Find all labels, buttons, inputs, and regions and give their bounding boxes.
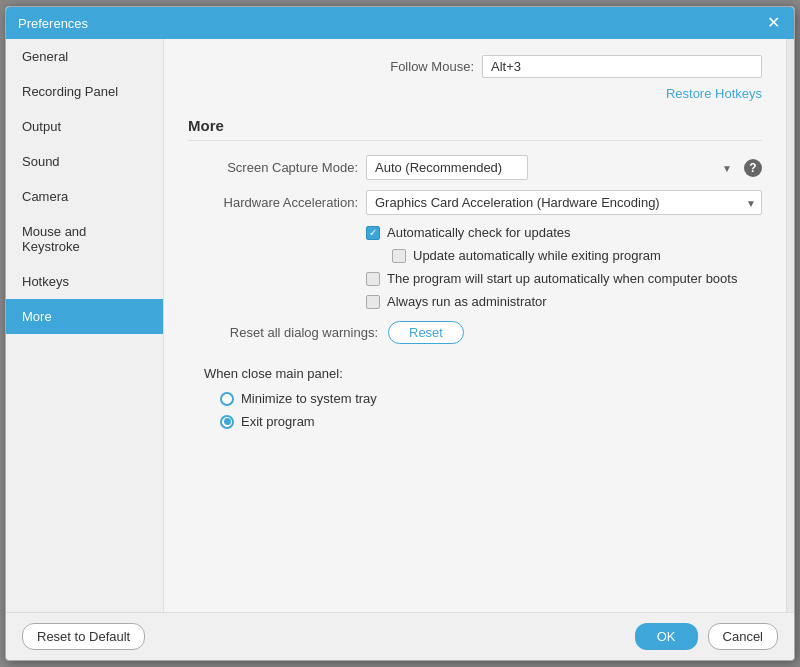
screen-capture-row: Screen Capture Mode: Auto (Recommended) … <box>188 155 762 180</box>
sidebar-item-mouse-keystroke[interactable]: Mouse and Keystroke <box>6 214 163 264</box>
startup-auto-label: The program will start up automatically … <box>387 271 737 286</box>
cancel-button[interactable]: Cancel <box>708 623 778 650</box>
startup-auto-checkbox[interactable]: The program will start up automatically … <box>366 271 737 286</box>
update-auto-checkbox[interactable]: Update automatically while exiting progr… <box>392 248 661 263</box>
exit-program-radio-circle <box>220 415 234 429</box>
always-admin-checkbox[interactable]: Always run as administrator <box>366 294 547 309</box>
screen-capture-help-icon[interactable]: ? <box>744 159 762 177</box>
dialog-body: General Recording Panel Output Sound Cam… <box>6 39 794 612</box>
follow-mouse-label: Follow Mouse: <box>390 59 474 74</box>
footer-right: OK Cancel <box>635 623 778 650</box>
always-admin-row: Always run as administrator <box>188 294 762 309</box>
minimize-tray-row: Minimize to system tray <box>188 391 762 406</box>
exit-program-row: Exit program <box>188 414 762 429</box>
sidebar: General Recording Panel Output Sound Cam… <box>6 39 164 612</box>
sidebar-item-general[interactable]: General <box>6 39 163 74</box>
reset-dialog-button[interactable]: Reset <box>388 321 464 344</box>
follow-mouse-row: Follow Mouse: <box>188 55 762 78</box>
preferences-dialog: Preferences ✕ General Recording Panel Ou… <box>5 6 795 661</box>
startup-auto-row: The program will start up automatically … <box>188 271 762 286</box>
hardware-accel-select-container: Graphics Card Acceleration (Hardware Enc… <box>366 190 762 215</box>
dialog-title: Preferences <box>18 16 88 31</box>
reset-dialog-row: Reset all dialog warnings: Reset <box>188 321 762 344</box>
auto-check-updates-checkbox[interactable]: Automatically check for updates <box>366 225 571 240</box>
sidebar-item-recording-panel[interactable]: Recording Panel <box>6 74 163 109</box>
sidebar-item-camera[interactable]: Camera <box>6 179 163 214</box>
auto-check-updates-box <box>366 226 380 240</box>
sidebar-item-sound[interactable]: Sound <box>6 144 163 179</box>
startup-auto-box <box>366 272 380 286</box>
title-bar: Preferences ✕ <box>6 7 794 39</box>
minimize-tray-radio-circle <box>220 392 234 406</box>
dialog-footer: Reset to Default OK Cancel <box>6 612 794 660</box>
reset-to-default-button[interactable]: Reset to Default <box>22 623 145 650</box>
sidebar-item-more[interactable]: More <box>6 299 163 334</box>
screen-capture-label: Screen Capture Mode: <box>188 160 358 175</box>
update-auto-row: Update automatically while exiting progr… <box>188 248 762 263</box>
sidebar-item-hotkeys[interactable]: Hotkeys <box>6 264 163 299</box>
screen-capture-wrapper: Auto (Recommended) ▼ ? <box>366 155 762 180</box>
restore-hotkeys-link: Restore Hotkeys <box>188 86 762 101</box>
follow-mouse-input[interactable] <box>482 55 762 78</box>
hardware-accel-label: Hardware Acceleration: <box>188 195 358 210</box>
scrollbar-track[interactable] <box>786 39 794 612</box>
always-admin-box <box>366 295 380 309</box>
footer-left: Reset to Default <box>22 623 145 650</box>
sidebar-item-output[interactable]: Output <box>6 109 163 144</box>
screen-capture-chevron-icon: ▼ <box>722 162 732 173</box>
exit-program-radio[interactable]: Exit program <box>220 414 315 429</box>
screen-capture-select[interactable]: Auto (Recommended) <box>366 155 528 180</box>
update-auto-box <box>392 249 406 263</box>
restore-hotkeys-button[interactable]: Restore Hotkeys <box>666 86 762 101</box>
exit-program-label: Exit program <box>241 414 315 429</box>
more-section-title: More <box>188 117 762 141</box>
hardware-accel-row: Hardware Acceleration: Graphics Card Acc… <box>188 190 762 215</box>
auto-check-updates-label: Automatically check for updates <box>387 225 571 240</box>
main-content: Follow Mouse: Restore Hotkeys More Scree… <box>164 39 786 612</box>
update-auto-label: Update automatically while exiting progr… <box>413 248 661 263</box>
always-admin-label: Always run as administrator <box>387 294 547 309</box>
screen-capture-select-container: Auto (Recommended) ▼ <box>366 155 738 180</box>
minimize-tray-radio[interactable]: Minimize to system tray <box>220 391 377 406</box>
minimize-tray-label: Minimize to system tray <box>241 391 377 406</box>
when-close-section: When close main panel: Minimize to syste… <box>188 366 762 437</box>
reset-dialog-label: Reset all dialog warnings: <box>188 325 378 340</box>
auto-check-updates-row: Automatically check for updates <box>188 225 762 240</box>
close-button[interactable]: ✕ <box>765 15 782 31</box>
ok-button[interactable]: OK <box>635 623 698 650</box>
hardware-accel-select[interactable]: Graphics Card Acceleration (Hardware Enc… <box>366 190 762 215</box>
when-close-label: When close main panel: <box>188 366 762 381</box>
